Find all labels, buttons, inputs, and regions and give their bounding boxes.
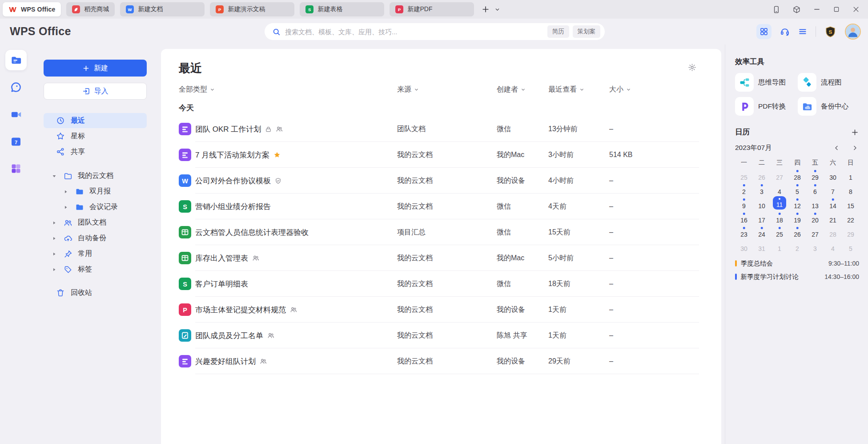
tree-item-meeting-notes[interactable]: 会议记录	[44, 199, 152, 215]
calendar-day[interactable]: 27	[806, 226, 824, 240]
support-headset-icon[interactable]	[780, 27, 790, 36]
calendar-day[interactable]: 2	[788, 240, 806, 254]
calendar-day[interactable]: 12	[788, 197, 806, 211]
file-row[interactable]: 团队 OKR 工作计划团队文档微信13分钟前–	[179, 116, 699, 142]
file-row[interactable]: 库存出入管理表我的云文档我的Mac5小时前–	[179, 245, 699, 271]
add-event-icon[interactable]	[851, 128, 859, 137]
calendar-day[interactable]: 1	[771, 240, 788, 254]
sidebar-item-trash[interactable]: 回收站	[44, 285, 147, 300]
calendar-day[interactable]: 30	[735, 240, 753, 254]
search-tag[interactable]: 简历	[547, 25, 569, 38]
calendar-day[interactable]: 30	[824, 169, 842, 183]
caret-right-icon[interactable]	[52, 221, 56, 225]
close-button[interactable]	[852, 5, 860, 13]
sidebar-item-starred[interactable]: 星标	[44, 129, 147, 144]
tool-pdf-convert[interactable]: PDF转换	[735, 97, 798, 116]
minimize-button[interactable]	[813, 5, 821, 13]
tree-item-labels[interactable]: 标签	[44, 262, 152, 277]
file-row[interactable]: P市场主体登记提交材料规范我的云文档我的设备1天前–	[179, 297, 699, 323]
search-tag[interactable]: 策划案	[573, 25, 601, 38]
filter-dropdown[interactable]: 大小	[609, 85, 631, 94]
new-tab-button[interactable]	[481, 5, 490, 14]
tab-new-doc[interactable]: W新建文档	[120, 2, 205, 16]
filter-dropdown[interactable]: 最近查看	[548, 85, 584, 94]
calendar-day[interactable]: 3	[806, 240, 824, 254]
tab-home[interactable]: WPS Office	[3, 2, 61, 16]
workspace-cube-icon[interactable]	[792, 5, 801, 14]
tab-docer[interactable]: 稻壳商城	[66, 2, 115, 16]
calendar-day[interactable]: 17	[753, 211, 771, 226]
tab-list-dropdown-icon[interactable]	[494, 7, 500, 12]
filter-dropdown[interactable]: 全部类型	[179, 85, 215, 94]
calendar-day[interactable]: 24	[753, 226, 771, 240]
calendar-day[interactable]: 14	[824, 197, 842, 211]
tree-item-my-cloud-docs[interactable]: 我的云文档	[44, 168, 152, 184]
tree-item-team-docs[interactable]: 团队文档	[44, 215, 152, 230]
calendar-day[interactable]: 29	[806, 169, 824, 183]
calendar-day[interactable]: 23	[735, 226, 753, 240]
calendar-day[interactable]: 31	[753, 240, 771, 254]
tab-new-slides[interactable]: P新建演示文稿	[210, 2, 294, 16]
calendar-day[interactable]: 25	[735, 169, 753, 183]
caret-down-icon[interactable]	[52, 174, 56, 178]
calendar-day[interactable]: 29	[842, 226, 860, 240]
tool-flowchart[interactable]: 流程图	[798, 73, 859, 92]
settings-gear-icon[interactable]	[688, 63, 696, 72]
file-row[interactable]: W公司对外合作协议模板我的云文档我的设备4小时前–	[179, 168, 699, 194]
next-month-icon[interactable]	[852, 145, 858, 151]
apps-grid-icon[interactable]	[756, 24, 772, 39]
prev-month-icon[interactable]	[833, 145, 840, 151]
calendar-day[interactable]: 8	[842, 183, 860, 197]
calendar-day[interactable]: 26	[788, 226, 806, 240]
caret-right-icon[interactable]	[64, 205, 68, 210]
rail-item-calendar[interactable]: 7	[5, 131, 27, 152]
calendar-event[interactable]: 季度总结会9:30–11:00	[735, 259, 859, 267]
main-menu-icon[interactable]	[798, 27, 807, 36]
sidebar-item-shared[interactable]: 共享	[44, 144, 147, 159]
calendar-day[interactable]: 18	[771, 211, 788, 226]
calendar-day[interactable]: 4	[824, 240, 842, 254]
user-avatar[interactable]	[845, 24, 861, 40]
filter-dropdown[interactable]: 创建者	[497, 85, 526, 94]
calendar-day[interactable]: 7	[824, 183, 842, 197]
calendar-day[interactable]: 1	[842, 169, 860, 183]
import-button[interactable]: 导入	[44, 83, 147, 100]
sidebar-item-recent[interactable]: 最近	[44, 113, 147, 128]
calendar-day[interactable]: 3	[753, 183, 771, 197]
file-row[interactable]: 7 月线下活动策划方案我的云文档我的Mac3小时前514 KB	[179, 142, 699, 168]
new-button[interactable]: 新建	[44, 60, 147, 77]
calendar-day[interactable]: 4	[771, 183, 788, 197]
maximize-button[interactable]	[833, 6, 840, 13]
tree-item-auto-backup[interactable]: 自动备份	[44, 230, 152, 246]
file-row[interactable]: 云文档管人员信息统计表理器验收项目汇总微信15天前–	[179, 219, 699, 245]
calendar-day[interactable]: 21	[824, 211, 842, 226]
caret-right-icon[interactable]	[52, 267, 56, 272]
calendar-day[interactable]: 10	[753, 197, 771, 211]
mobile-device-icon[interactable]	[772, 5, 780, 14]
file-row[interactable]: S客户订单明细表我的云文档微信18天前–	[179, 271, 699, 297]
calendar-day[interactable]: 28	[824, 226, 842, 240]
calendar-day[interactable]: 5	[788, 183, 806, 197]
rail-item-documents[interactable]	[5, 50, 27, 70]
tab-new-pdf[interactable]: P新建PDF	[390, 2, 474, 16]
caret-right-icon[interactable]	[52, 236, 56, 241]
calendar-day[interactable]: 13	[806, 197, 824, 211]
file-row[interactable]: 兴趣爱好组队计划我的云文档我的设备29天前–	[179, 348, 699, 374]
file-row[interactable]: 团队成员及分工名单我的云文档陈旭 共享1天前–	[179, 323, 699, 348]
calendar-day[interactable]: 11	[771, 197, 788, 211]
rail-item-apps[interactable]	[5, 158, 27, 179]
caret-right-icon[interactable]	[64, 190, 68, 194]
calendar-day[interactable]: 22	[842, 211, 860, 226]
calendar-day[interactable]: 20	[806, 211, 824, 226]
calendar-day[interactable]: 26	[753, 169, 771, 183]
calendar-day[interactable]: 27	[771, 169, 788, 183]
calendar-day[interactable]: 19	[788, 211, 806, 226]
calendar-day[interactable]: 2	[735, 183, 753, 197]
tool-backup-center[interactable]: 备份中心	[798, 97, 859, 116]
caret-right-icon[interactable]	[52, 252, 56, 256]
calendar-day[interactable]: 5	[842, 240, 860, 254]
calendar-day[interactable]: 16	[735, 211, 753, 226]
tool-mindmap[interactable]: 思维导图	[735, 73, 798, 92]
calendar-day[interactable]: 25	[771, 226, 788, 240]
calendar-day[interactable]: 15	[842, 197, 860, 211]
